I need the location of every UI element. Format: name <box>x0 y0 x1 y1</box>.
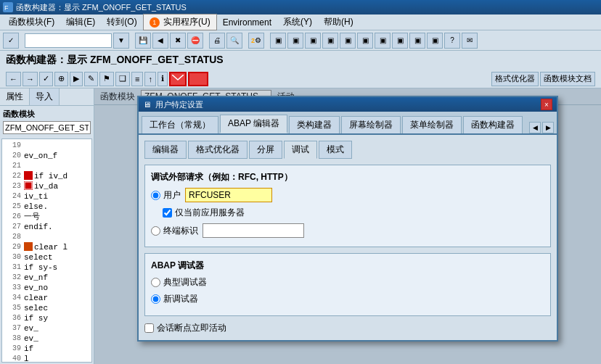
menu-functions[interactable]: 函数模块(F) <box>3 15 60 30</box>
sec-email-btn[interactable] <box>169 72 187 86</box>
dialog-title-icon: 🖥 <box>143 100 151 109</box>
classic-debugger-radio[interactable] <box>151 278 160 287</box>
code-line-29: 29 clear l <box>4 242 90 252</box>
dialog-content: 编辑器 格式优化器 分屏 调试 模式 调试外部请求（例如：RFC, HTTP） <box>139 135 557 340</box>
toolbar-help-btn[interactable]: ? <box>444 33 460 49</box>
terminal-radio-label[interactable]: 终端标识 <box>151 225 198 237</box>
debug-section: 调试外部请求（例如：RFC, HTTP） 用户 <box>144 165 551 247</box>
menu-utilities[interactable]: 1 实用程序(U) <box>143 14 217 30</box>
sec-toolbar: ← → ✓ ⊕ ▶ ✎ ⚑ ❑ ≡ ↑ ℹ 格式优化器 函数模块文档 <box>0 70 601 88</box>
sec-chat-btn[interactable] <box>188 72 208 86</box>
toolbar-btn-3[interactable]: ▣ <box>305 33 321 49</box>
func-module-input[interactable] <box>3 121 91 134</box>
tab-import[interactable]: 导入 <box>30 88 60 105</box>
code-line-34: 34 clear <box>4 293 90 303</box>
code-line-32: 32 ev_nf <box>4 273 90 283</box>
new-debugger-radio[interactable] <box>151 294 160 304</box>
new-debugger-label[interactable]: 新调试器 <box>151 293 198 305</box>
menu-goto[interactable]: 转到(O) <box>101 15 142 30</box>
toolbar-btn-5[interactable]: ▣ <box>340 33 356 49</box>
only-server-checkbox-label[interactable]: 仅当前应用服务器 <box>163 207 245 219</box>
toolbar-info-btn[interactable]: ✉ <box>462 33 478 49</box>
marker-23 <box>24 181 33 190</box>
marker-22 <box>24 171 33 180</box>
inner-tab-debug[interactable]: 调试 <box>284 141 317 159</box>
sec-forward-btn[interactable]: → <box>23 72 38 86</box>
only-server-text: 仅当前应用服务器 <box>175 207 245 219</box>
terminal-input[interactable] <box>203 223 304 238</box>
terminal-row: 终端标识 <box>151 223 544 238</box>
toolbar-btn-8[interactable]: ▣ <box>392 33 408 49</box>
toolbar-print-btn[interactable]: 🖨 <box>209 33 225 49</box>
dialog-tab-func[interactable]: 函数构建器 <box>463 116 523 133</box>
only-server-checkbox[interactable] <box>163 208 172 218</box>
toolbar-btn-6[interactable]: ▣ <box>357 33 373 49</box>
sec-func-doc-btn[interactable]: 函数模块文档 <box>540 72 595 86</box>
toolbar-btn-1[interactable]: ▣ <box>270 33 286 49</box>
sec-back-btn[interactable]: ← <box>6 72 21 86</box>
session-checkbox-label[interactable]: 会话断点立即活动 <box>144 322 551 334</box>
session-checkbox[interactable] <box>144 323 154 333</box>
tab-attributes[interactable]: 属性 <box>0 88 30 105</box>
sec-edit-btn[interactable]: ✎ <box>84 72 98 86</box>
toolbar-dropdown-btn[interactable]: ▼ <box>113 33 129 49</box>
inner-tab-mode[interactable]: 模式 <box>319 141 352 159</box>
toolbar-settings-btn[interactable]: 2 ⚙ <box>248 33 264 49</box>
new-debugger-text: 新调试器 <box>163 293 198 305</box>
dialog-nav-right[interactable]: ▶ <box>542 122 554 133</box>
inner-tab-format[interactable]: 格式优化器 <box>188 141 248 159</box>
terminal-radio[interactable] <box>151 226 160 236</box>
toolbar-exit-btn[interactable]: ✖ <box>170 33 186 49</box>
toolbar-cancel-btn[interactable]: ⛔ <box>187 33 203 49</box>
sec-test-btn[interactable]: ▶ <box>70 72 83 86</box>
dialog-nav-left[interactable]: ◀ <box>529 122 541 133</box>
toolbar-btn-2[interactable]: ▣ <box>287 33 303 49</box>
inner-tab-split[interactable]: 分屏 <box>249 141 282 159</box>
classic-debugger-row: 典型调试器 <box>151 276 544 289</box>
toolbar-check-btn[interactable]: ✓ <box>3 33 19 49</box>
svg-rect-5 <box>24 181 33 190</box>
dialog-tab-class[interactable]: 类构建器 <box>289 116 340 133</box>
dialog-tab-abap[interactable]: ABAP 编辑器 <box>220 115 287 133</box>
toolbar-btn-4[interactable]: ▣ <box>322 33 338 49</box>
dialog: 🖥 用户特定设置 × 工作台（常规） ABAP 编辑器 类构建器 屏幕绘制器 菜… <box>137 96 558 342</box>
sec-activate-btn[interactable]: ⊕ <box>54 72 68 86</box>
code-line-35: 35 selec <box>4 303 90 313</box>
sec-format-optimizer-btn[interactable]: 格式优化器 <box>491 72 539 86</box>
toolbar-btn-10[interactable]: ▣ <box>427 33 443 49</box>
toolbar-btn-7[interactable]: ▣ <box>375 33 391 49</box>
dialog-tab-workbench[interactable]: 工作台（常规） <box>142 116 218 133</box>
toolbar-save-btn[interactable]: 💾 <box>135 33 151 49</box>
main-area: ✓ ▼ 💾 ◀ ✖ ⛔ 🖨 🔍 2 ⚙ ▣ ▣ ▣ ▣ ▣ ▣ ▣ ▣ ▣ ▣ … <box>0 30 601 364</box>
sec-flag-btn[interactable]: ⚑ <box>99 72 114 86</box>
sec-info-btn[interactable]: ℹ <box>158 72 168 86</box>
modal-overlay: 🖥 用户特定设置 × 工作台（常规） ABAP 编辑器 类构建器 屏幕绘制器 菜… <box>94 88 601 364</box>
menu-help[interactable]: 帮助(H) <box>318 15 359 30</box>
menu-edit[interactable]: 编辑(E) <box>60 15 101 30</box>
sec-structure-btn[interactable]: ≡ <box>131 72 143 86</box>
dialog-tab-menu[interactable]: 菜单绘制器 <box>402 116 462 133</box>
sec-check-btn[interactable]: ✓ <box>39 72 53 86</box>
code-area[interactable]: 19 20 ev_on_f 21 22 if iv_d 23 <box>1 138 92 363</box>
classic-debugger-label[interactable]: 典型调试器 <box>151 276 207 289</box>
menu-environment[interactable]: Environment <box>217 16 277 29</box>
user-radio-label[interactable]: 用户 <box>151 189 181 202</box>
code-line-30: 30 select <box>4 252 90 262</box>
dialog-close-btn[interactable]: × <box>541 99 552 110</box>
svg-marker-4 <box>194 83 197 84</box>
user-radio[interactable] <box>151 191 160 200</box>
title-bar-text: 函数构建器：显示 ZFM_ONOFF_GET_STATUS <box>16 2 187 13</box>
inner-tab-editor[interactable]: 编辑器 <box>144 141 187 159</box>
code-line-23: 23 iv_da <box>4 181 90 191</box>
toolbar-btn-9[interactable]: ▣ <box>409 33 425 49</box>
toolbar-find-btn[interactable]: 🔍 <box>226 33 242 49</box>
dialog-nav-btns: ◀ ▶ <box>529 122 554 133</box>
command-input[interactable] <box>25 33 112 48</box>
sec-copy-btn[interactable]: ❑ <box>115 72 130 86</box>
dialog-tab-screen[interactable]: 屏幕绘制器 <box>341 116 401 133</box>
user-input[interactable] <box>185 188 272 202</box>
toolbar-back-btn[interactable]: ◀ <box>152 33 168 49</box>
sec-hierarchy-btn[interactable]: ↑ <box>144 72 156 86</box>
code-line-36: 36 if sy <box>4 313 90 323</box>
menu-system[interactable]: 系统(Y) <box>277 15 318 30</box>
